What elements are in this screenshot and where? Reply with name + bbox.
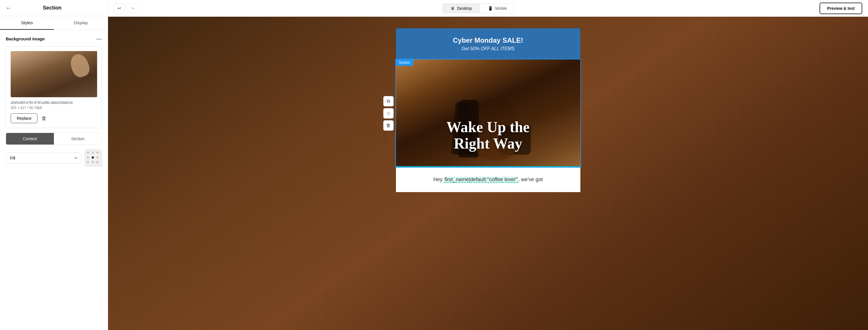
- bg-image-section-header: Background image —: [6, 36, 102, 42]
- redo-button[interactable]: ↪: [127, 3, 138, 13]
- mobile-label: Mobile: [495, 6, 507, 11]
- desktop-label: Desktop: [457, 6, 472, 11]
- undo-redo-group: ↩ ↪: [114, 3, 138, 13]
- pos-dot-bc[interactable]: [92, 161, 94, 163]
- pos-dot-tl[interactable]: [87, 152, 89, 154]
- image-thumbnail: [11, 51, 97, 97]
- delete-image-button[interactable]: 🗑: [40, 114, 48, 122]
- hero-section[interactable]: Section ⧉ ☆ 🗑: [396, 59, 580, 167]
- bottom-accent-line: [396, 166, 580, 167]
- personalization-tag: first_name|default:"coffee lover": [444, 176, 518, 183]
- image-meta: d2e5c80f-e7f4-473f-a38b-a8dc030d0c3c 925…: [11, 101, 97, 110]
- fill-row: Fill Fit Tile Center: [6, 149, 102, 167]
- left-panel: ← Section Styles Display Background imag…: [0, 0, 108, 330]
- canvas-area[interactable]: Cyber Monday SALE! Get 50% OFF ALL ITEMS…: [108, 17, 868, 330]
- tab-display[interactable]: Display: [54, 16, 108, 30]
- pos-dot-bl[interactable]: [87, 161, 89, 163]
- content-button[interactable]: Content: [6, 133, 54, 144]
- email-subtext: Get 50% OFF ALL ITEMS: [407, 46, 569, 51]
- hero-headline: Wake Up the Right Way: [396, 119, 580, 152]
- hero-text: Wake Up the Right Way: [396, 119, 580, 152]
- undo-button[interactable]: ↩: [114, 3, 125, 13]
- redo-icon: ↪: [131, 5, 134, 11]
- panel-header: ← Section: [0, 0, 108, 16]
- email-headline: Cyber Monday SALE!: [407, 36, 569, 45]
- collapse-button[interactable]: —: [96, 36, 102, 42]
- panel-body: Background image — d2e5c80f-e7f4-473f-a3…: [0, 30, 108, 330]
- back-arrow-icon: ←: [6, 5, 11, 11]
- image-preview-container: d2e5c80f-e7f4-473f-a38b-a8dc030d0c3c 925…: [6, 46, 102, 128]
- copy-icon: ⧉: [387, 99, 390, 104]
- pos-dot-br[interactable]: [96, 161, 98, 163]
- desktop-button[interactable]: 🖥 Desktop: [443, 4, 480, 13]
- content-section-toggle: Content Section: [6, 133, 102, 145]
- delete-section-button[interactable]: 🗑: [383, 120, 394, 131]
- pos-dot-mc[interactable]: [92, 156, 94, 159]
- email-body-text: Hey first_name|default:"coffee lover", w…: [407, 176, 569, 184]
- fill-select[interactable]: Fill Fit Tile Center: [6, 153, 81, 164]
- trash-section-icon: 🗑: [386, 123, 391, 128]
- top-bar: ↩ ↪ 🖥 Desktop 📱 Mobile Preview & test: [108, 0, 868, 17]
- panel-title: Section: [15, 5, 89, 11]
- tab-styles[interactable]: Styles: [0, 16, 54, 30]
- image-actions: Replace 🗑: [11, 113, 97, 123]
- section-button[interactable]: Section: [54, 133, 102, 144]
- pos-dot-ml[interactable]: [87, 156, 89, 159]
- copy-section-button[interactable]: ⧉: [383, 96, 394, 106]
- replace-button[interactable]: Replace: [11, 113, 37, 123]
- back-button[interactable]: ←: [6, 5, 11, 11]
- position-grid[interactable]: [85, 149, 102, 167]
- device-toggle: 🖥 Desktop 📱 Mobile: [442, 3, 516, 13]
- hero-image: Wake Up the Right Way: [396, 59, 580, 166]
- email-header: Cyber Monday SALE! Get 50% OFF ALL ITEMS: [396, 28, 580, 59]
- section-actions: ⧉ ☆ 🗑: [383, 96, 394, 131]
- star-icon: ☆: [386, 110, 391, 116]
- email-container: Cyber Monday SALE! Get 50% OFF ALL ITEMS…: [396, 28, 580, 192]
- bg-image-label: Background image: [6, 36, 45, 41]
- mobile-button[interactable]: 📱 Mobile: [480, 4, 515, 13]
- email-body: Hey first_name|default:"coffee lover", w…: [396, 167, 580, 192]
- desktop-icon: 🖥: [451, 6, 455, 11]
- pos-dot-tr[interactable]: [96, 152, 98, 154]
- pos-dot-tc[interactable]: [92, 152, 94, 154]
- image-filename: d2e5c80f-e7f4-473f-a38b-a8dc030d0c3c: [11, 101, 97, 105]
- trash-icon: 🗑: [41, 115, 47, 121]
- pos-dot-mr[interactable]: [96, 156, 98, 159]
- main-area: ↩ ↪ 🖥 Desktop 📱 Mobile Preview & test Cy…: [108, 0, 868, 330]
- image-info: 925 × 617 • 95.79kB: [11, 106, 97, 110]
- undo-icon: ↩: [118, 5, 121, 11]
- section-badge: Section: [396, 59, 413, 66]
- tab-bar: Styles Display: [0, 16, 108, 30]
- preview-test-button[interactable]: Preview & test: [819, 3, 862, 14]
- mobile-icon: 📱: [488, 6, 493, 11]
- favorite-section-button[interactable]: ☆: [383, 108, 394, 118]
